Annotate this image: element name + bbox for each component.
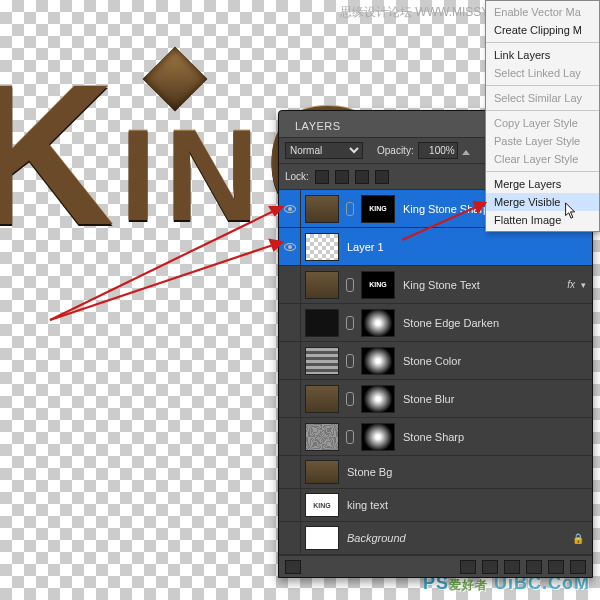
link-layers-icon[interactable] <box>285 560 301 574</box>
canvas-artwork-king: K I N G <box>0 10 300 320</box>
ctx-separator <box>486 85 599 86</box>
layer-stone-edge-darken[interactable]: Stone Edge Darken <box>279 304 592 342</box>
layer-name-label: Background <box>343 532 572 544</box>
mask-link-icon[interactable] <box>346 202 354 216</box>
visibility-toggle[interactable] <box>279 266 301 303</box>
layer-thumbnail[interactable] <box>305 347 339 375</box>
new-layer-icon[interactable] <box>548 560 564 574</box>
opacity-label: Opacity: <box>377 145 414 156</box>
layer-name-label: Layer 1 <box>343 241 592 253</box>
ctx-merge-visible[interactable]: Merge Visible <box>486 193 599 211</box>
ctx-clear-layer-style: Clear Layer Style <box>486 150 599 168</box>
lock-all-icon[interactable] <box>375 170 389 184</box>
layer-name-label: king text <box>343 499 592 511</box>
layer-mask-thumbnail[interactable]: KING <box>361 195 395 223</box>
mask-link-icon[interactable] <box>346 354 354 368</box>
cursor-icon <box>564 202 578 220</box>
lock-position-icon[interactable] <box>355 170 369 184</box>
layer-thumbnail[interactable] <box>305 195 339 223</box>
layer-mask-thumbnail[interactable] <box>361 423 395 451</box>
layers-panel-tab[interactable]: LAYERS <box>285 115 351 137</box>
layer-stone-bg[interactable]: Stone Bg <box>279 456 592 489</box>
ctx-copy-layer-style: Copy Layer Style <box>486 114 599 132</box>
lock-icon: 🔒 <box>572 533 584 544</box>
opacity-slider-icon[interactable] <box>462 147 470 155</box>
ctx-create-clipping-mask[interactable]: Create Clipping M <box>486 21 599 39</box>
chevron-down-icon[interactable]: ▾ <box>581 280 586 290</box>
adjustment-icon[interactable] <box>504 560 520 574</box>
layer-thumbnail[interactable] <box>305 423 339 451</box>
eye-icon <box>284 243 296 251</box>
visibility-toggle[interactable] <box>279 456 301 488</box>
layer-name-label: Stone Color <box>399 355 592 367</box>
group-icon[interactable] <box>526 560 542 574</box>
lock-pixels-icon[interactable] <box>335 170 349 184</box>
trash-icon[interactable] <box>570 560 586 574</box>
layer-stone-sharp[interactable]: Stone Sharp <box>279 418 592 456</box>
layer-king-stone-text[interactable]: KING King Stone Text fx ▾ <box>279 266 592 304</box>
layer-thumbnail[interactable] <box>305 309 339 337</box>
layer-list: KING King Stone Sharp Layer 1 KING King … <box>279 190 592 555</box>
ctx-flatten-image[interactable]: Flatten Image <box>486 211 599 229</box>
visibility-toggle[interactable] <box>279 304 301 341</box>
ctx-enable-vector-mask: Enable Vector Ma <box>486 3 599 21</box>
layer-thumbnail[interactable] <box>305 460 339 484</box>
layer-mask-thumbnail[interactable]: KING <box>361 271 395 299</box>
layer-name-label: Stone Blur <box>399 393 592 405</box>
layer-context-menu: Enable Vector Ma Create Clipping M Link … <box>485 0 600 232</box>
mask-link-icon[interactable] <box>346 278 354 292</box>
layer-thumbnail[interactable] <box>305 385 339 413</box>
visibility-toggle[interactable] <box>279 190 301 227</box>
layer-mask-thumbnail[interactable] <box>361 347 395 375</box>
layers-panel-footer <box>279 555 592 577</box>
ctx-link-layers[interactable]: Link Layers <box>486 46 599 64</box>
layer-name-label: Stone Edge Darken <box>399 317 592 329</box>
layer-mask-thumbnail[interactable] <box>361 309 395 337</box>
fx-icon[interactable] <box>460 560 476 574</box>
ctx-paste-layer-style: Paste Layer Style <box>486 132 599 150</box>
layer-layer1[interactable]: Layer 1 <box>279 228 592 266</box>
visibility-toggle[interactable] <box>279 418 301 455</box>
layer-stone-color[interactable]: Stone Color <box>279 342 592 380</box>
ctx-select-linked: Select Linked Lay <box>486 64 599 82</box>
visibility-toggle[interactable] <box>279 522 301 554</box>
layer-thumbnail[interactable] <box>305 271 339 299</box>
ctx-separator <box>486 42 599 43</box>
eye-icon <box>284 205 296 213</box>
opacity-input[interactable] <box>418 142 458 159</box>
layer-king-text[interactable]: KING king text <box>279 489 592 522</box>
mask-link-icon[interactable] <box>346 316 354 330</box>
ctx-separator <box>486 171 599 172</box>
blend-mode-select[interactable]: Normal <box>285 142 363 159</box>
lock-transparency-icon[interactable] <box>315 170 329 184</box>
lock-label: Lock: <box>285 171 309 182</box>
visibility-toggle[interactable] <box>279 342 301 379</box>
ctx-merge-layers[interactable]: Merge Layers <box>486 175 599 193</box>
ctx-separator <box>486 110 599 111</box>
mask-link-icon[interactable] <box>346 430 354 444</box>
ctx-select-similar: Select Similar Lay <box>486 89 599 107</box>
visibility-toggle[interactable] <box>279 228 301 265</box>
layer-thumbnail[interactable] <box>305 526 339 550</box>
layer-name-label: King Stone Text <box>399 279 567 291</box>
mask-icon[interactable] <box>482 560 498 574</box>
layer-thumbnail[interactable]: KING <box>305 493 339 517</box>
mask-link-icon[interactable] <box>346 392 354 406</box>
visibility-toggle[interactable] <box>279 380 301 417</box>
layer-name-label: Stone Sharp <box>399 431 592 443</box>
visibility-toggle[interactable] <box>279 489 301 521</box>
layer-thumbnail[interactable] <box>305 233 339 261</box>
layer-mask-thumbnail[interactable] <box>361 385 395 413</box>
layer-background[interactable]: Background 🔒 <box>279 522 592 555</box>
layer-stone-blur[interactable]: Stone Blur <box>279 380 592 418</box>
fx-badge[interactable]: fx <box>567 279 575 290</box>
layer-name-label: Stone Bg <box>343 466 592 478</box>
